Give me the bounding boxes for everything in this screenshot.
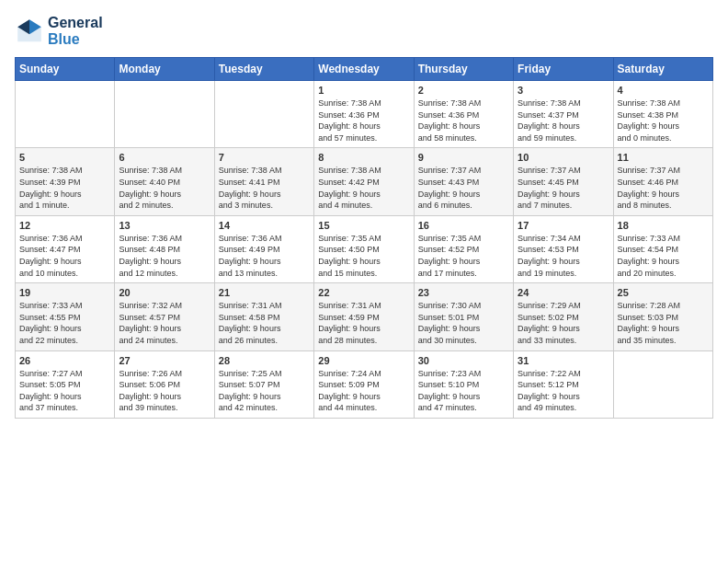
calendar-cell: 1Sunrise: 7:38 AM Sunset: 4:36 PM Daylig… bbox=[314, 81, 414, 148]
day-info: Sunrise: 7:36 AM Sunset: 4:49 PM Dayligh… bbox=[219, 233, 310, 279]
day-info: Sunrise: 7:38 AM Sunset: 4:39 PM Dayligh… bbox=[19, 165, 110, 211]
day-info: Sunrise: 7:36 AM Sunset: 4:48 PM Dayligh… bbox=[119, 233, 210, 279]
calendar-cell: 15Sunrise: 7:35 AM Sunset: 4:50 PM Dayli… bbox=[314, 215, 414, 282]
week-row-4: 19Sunrise: 7:33 AM Sunset: 4:55 PM Dayli… bbox=[16, 283, 713, 350]
day-number: 8 bbox=[318, 152, 409, 163]
day-number: 22 bbox=[318, 287, 409, 298]
day-info: Sunrise: 7:38 AM Sunset: 4:36 PM Dayligh… bbox=[418, 98, 509, 144]
day-info: Sunrise: 7:38 AM Sunset: 4:42 PM Dayligh… bbox=[318, 165, 409, 211]
calendar-cell: 6Sunrise: 7:38 AM Sunset: 4:40 PM Daylig… bbox=[115, 148, 214, 215]
day-info: Sunrise: 7:33 AM Sunset: 4:55 PM Dayligh… bbox=[19, 300, 110, 346]
day-number: 27 bbox=[119, 355, 210, 366]
calendar-cell: 20Sunrise: 7:32 AM Sunset: 4:57 PM Dayli… bbox=[115, 283, 214, 350]
day-number: 11 bbox=[618, 152, 709, 163]
day-info: Sunrise: 7:38 AM Sunset: 4:38 PM Dayligh… bbox=[618, 98, 709, 144]
calendar-cell: 25Sunrise: 7:28 AM Sunset: 5:03 PM Dayli… bbox=[613, 283, 712, 350]
weekday-header-row: SundayMondayTuesdayWednesdayThursdayFrid… bbox=[16, 58, 713, 81]
day-info: Sunrise: 7:36 AM Sunset: 4:47 PM Dayligh… bbox=[19, 233, 110, 279]
day-info: Sunrise: 7:31 AM Sunset: 4:59 PM Dayligh… bbox=[318, 300, 409, 346]
day-number: 10 bbox=[518, 152, 609, 163]
calendar-cell: 2Sunrise: 7:38 AM Sunset: 4:36 PM Daylig… bbox=[414, 81, 513, 148]
day-number: 16 bbox=[418, 220, 509, 231]
day-info: Sunrise: 7:37 AM Sunset: 4:43 PM Dayligh… bbox=[418, 165, 509, 211]
calendar-cell: 12Sunrise: 7:36 AM Sunset: 4:47 PM Dayli… bbox=[16, 215, 115, 282]
day-info: Sunrise: 7:22 AM Sunset: 5:12 PM Dayligh… bbox=[518, 368, 609, 414]
day-info: Sunrise: 7:35 AM Sunset: 4:52 PM Dayligh… bbox=[418, 233, 509, 279]
weekday-header-saturday: Saturday bbox=[613, 58, 712, 81]
day-number: 1 bbox=[318, 85, 409, 96]
calendar-table: SundayMondayTuesdayWednesdayThursdayFrid… bbox=[15, 57, 713, 419]
day-number: 30 bbox=[418, 355, 509, 366]
day-number: 24 bbox=[518, 287, 609, 298]
day-info: Sunrise: 7:38 AM Sunset: 4:40 PM Dayligh… bbox=[119, 165, 210, 211]
day-info: Sunrise: 7:38 AM Sunset: 4:41 PM Dayligh… bbox=[219, 165, 310, 211]
day-info: Sunrise: 7:37 AM Sunset: 4:46 PM Dayligh… bbox=[618, 165, 709, 211]
calendar-cell: 13Sunrise: 7:36 AM Sunset: 4:48 PM Dayli… bbox=[115, 215, 214, 282]
day-number: 4 bbox=[618, 85, 709, 96]
day-info: Sunrise: 7:30 AM Sunset: 5:01 PM Dayligh… bbox=[418, 300, 509, 346]
weekday-header-sunday: Sunday bbox=[16, 58, 115, 81]
day-info: Sunrise: 7:24 AM Sunset: 5:09 PM Dayligh… bbox=[318, 368, 409, 414]
calendar-cell bbox=[214, 81, 313, 148]
calendar-cell: 24Sunrise: 7:29 AM Sunset: 5:02 PM Dayli… bbox=[514, 283, 613, 350]
calendar-cell: 8Sunrise: 7:38 AM Sunset: 4:42 PM Daylig… bbox=[314, 148, 414, 215]
calendar-cell: 28Sunrise: 7:25 AM Sunset: 5:07 PM Dayli… bbox=[214, 350, 313, 418]
calendar-cell bbox=[115, 81, 214, 148]
day-number: 2 bbox=[418, 85, 509, 96]
day-number: 26 bbox=[19, 355, 110, 366]
calendar-cell: 22Sunrise: 7:31 AM Sunset: 4:59 PM Dayli… bbox=[314, 283, 414, 350]
calendar-cell: 16Sunrise: 7:35 AM Sunset: 4:52 PM Dayli… bbox=[414, 215, 513, 282]
day-number: 13 bbox=[119, 220, 210, 231]
week-row-5: 26Sunrise: 7:27 AM Sunset: 5:05 PM Dayli… bbox=[16, 350, 713, 418]
day-number: 25 bbox=[618, 287, 709, 298]
day-info: Sunrise: 7:37 AM Sunset: 4:45 PM Dayligh… bbox=[518, 165, 609, 211]
calendar-cell: 18Sunrise: 7:33 AM Sunset: 4:54 PM Dayli… bbox=[613, 215, 712, 282]
calendar-cell: 14Sunrise: 7:36 AM Sunset: 4:49 PM Dayli… bbox=[214, 215, 313, 282]
day-number: 23 bbox=[418, 287, 509, 298]
day-number: 5 bbox=[19, 152, 110, 163]
day-info: Sunrise: 7:29 AM Sunset: 5:02 PM Dayligh… bbox=[518, 300, 609, 346]
logo-text: General Blue bbox=[48, 15, 103, 48]
day-info: Sunrise: 7:23 AM Sunset: 5:10 PM Dayligh… bbox=[418, 368, 509, 414]
logo-icon bbox=[15, 17, 44, 46]
weekday-header-tuesday: Tuesday bbox=[214, 58, 313, 81]
day-info: Sunrise: 7:27 AM Sunset: 5:05 PM Dayligh… bbox=[19, 368, 110, 414]
day-info: Sunrise: 7:31 AM Sunset: 4:58 PM Dayligh… bbox=[219, 300, 310, 346]
day-number: 17 bbox=[518, 220, 609, 231]
calendar-cell: 19Sunrise: 7:33 AM Sunset: 4:55 PM Dayli… bbox=[16, 283, 115, 350]
day-info: Sunrise: 7:38 AM Sunset: 4:37 PM Dayligh… bbox=[518, 98, 609, 144]
day-info: Sunrise: 7:28 AM Sunset: 5:03 PM Dayligh… bbox=[618, 300, 709, 346]
calendar-cell: 7Sunrise: 7:38 AM Sunset: 4:41 PM Daylig… bbox=[214, 148, 313, 215]
day-number: 28 bbox=[219, 355, 310, 366]
calendar-cell: 31Sunrise: 7:22 AM Sunset: 5:12 PM Dayli… bbox=[514, 350, 613, 418]
day-info: Sunrise: 7:26 AM Sunset: 5:06 PM Dayligh… bbox=[119, 368, 210, 414]
day-info: Sunrise: 7:33 AM Sunset: 4:54 PM Dayligh… bbox=[618, 233, 709, 279]
calendar-cell: 29Sunrise: 7:24 AM Sunset: 5:09 PM Dayli… bbox=[314, 350, 414, 418]
day-info: Sunrise: 7:32 AM Sunset: 4:57 PM Dayligh… bbox=[119, 300, 210, 346]
calendar-cell: 9Sunrise: 7:37 AM Sunset: 4:43 PM Daylig… bbox=[414, 148, 513, 215]
calendar-cell: 26Sunrise: 7:27 AM Sunset: 5:05 PM Dayli… bbox=[16, 350, 115, 418]
day-number: 7 bbox=[219, 152, 310, 163]
calendar-cell bbox=[613, 350, 712, 418]
day-number: 19 bbox=[19, 287, 110, 298]
day-info: Sunrise: 7:38 AM Sunset: 4:36 PM Dayligh… bbox=[318, 98, 409, 144]
day-number: 29 bbox=[318, 355, 409, 366]
logo: General Blue bbox=[15, 15, 103, 48]
weekday-header-thursday: Thursday bbox=[414, 58, 513, 81]
day-info: Sunrise: 7:34 AM Sunset: 4:53 PM Dayligh… bbox=[518, 233, 609, 279]
calendar-cell: 21Sunrise: 7:31 AM Sunset: 4:58 PM Dayli… bbox=[214, 283, 313, 350]
week-row-3: 12Sunrise: 7:36 AM Sunset: 4:47 PM Dayli… bbox=[16, 215, 713, 282]
calendar-cell: 17Sunrise: 7:34 AM Sunset: 4:53 PM Dayli… bbox=[514, 215, 613, 282]
page-header: General Blue bbox=[15, 15, 713, 48]
calendar-cell: 30Sunrise: 7:23 AM Sunset: 5:10 PM Dayli… bbox=[414, 350, 513, 418]
day-number: 3 bbox=[518, 85, 609, 96]
weekday-header-monday: Monday bbox=[115, 58, 214, 81]
weekday-header-wednesday: Wednesday bbox=[314, 58, 414, 81]
day-number: 18 bbox=[618, 220, 709, 231]
day-number: 15 bbox=[318, 220, 409, 231]
day-info: Sunrise: 7:35 AM Sunset: 4:50 PM Dayligh… bbox=[318, 233, 409, 279]
calendar-cell: 4Sunrise: 7:38 AM Sunset: 4:38 PM Daylig… bbox=[613, 81, 712, 148]
week-row-1: 1Sunrise: 7:38 AM Sunset: 4:36 PM Daylig… bbox=[16, 81, 713, 148]
day-number: 31 bbox=[518, 355, 609, 366]
week-row-2: 5Sunrise: 7:38 AM Sunset: 4:39 PM Daylig… bbox=[16, 148, 713, 215]
